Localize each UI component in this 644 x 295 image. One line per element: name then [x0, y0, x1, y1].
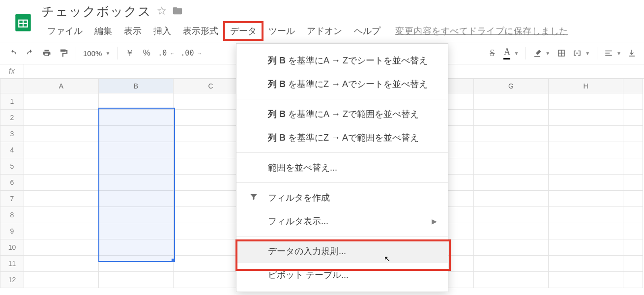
- cell[interactable]: [623, 239, 643, 256]
- cell[interactable]: [549, 93, 623, 110]
- cell[interactable]: [24, 272, 99, 288]
- row-header[interactable]: 1: [0, 93, 24, 110]
- zoom-dropdown[interactable]: 100%▼: [80, 46, 113, 60]
- percent-format-button[interactable]: %: [138, 46, 155, 60]
- cell[interactable]: [24, 207, 99, 223]
- borders-button[interactable]: [553, 46, 570, 60]
- print-button[interactable]: [38, 46, 55, 60]
- cell[interactable]: [99, 191, 174, 207]
- cell[interactable]: [99, 110, 174, 126]
- col-header-overflow[interactable]: [623, 79, 643, 93]
- merge-cells-button[interactable]: ▼: [570, 46, 593, 60]
- menu-sort-sheet-za[interactable]: 列 B を基準にZ → Aでシートを並べ替え: [236, 72, 448, 96]
- cell[interactable]: [24, 256, 99, 272]
- cell[interactable]: [623, 126, 643, 142]
- row-header[interactable]: 10: [0, 239, 24, 256]
- cell[interactable]: [99, 93, 174, 110]
- menu-format[interactable]: 表示形式: [177, 22, 224, 40]
- cell[interactable]: [549, 142, 623, 158]
- row-header[interactable]: 3: [0, 126, 24, 142]
- cell[interactable]: [549, 223, 623, 239]
- cell[interactable]: [474, 158, 549, 175]
- cell[interactable]: [549, 256, 623, 272]
- menu-sort-range-za[interactable]: 列 B を基準にZ → Aで範囲を並べ替え: [236, 126, 448, 149]
- row-header[interactable]: 11: [0, 256, 24, 272]
- cell[interactable]: [623, 256, 643, 272]
- menu-data[interactable]: データ: [224, 22, 263, 40]
- cell[interactable]: [549, 207, 623, 223]
- menu-pivot-table[interactable]: ピボット テーブル...: [236, 263, 448, 287]
- menu-sort-range[interactable]: 範囲を並べ替え...: [236, 156, 448, 179]
- cell[interactable]: [474, 256, 549, 272]
- cell[interactable]: [474, 239, 549, 256]
- menu-filter-views[interactable]: フィルタ表示... ▶: [236, 209, 448, 233]
- row-header[interactable]: 5: [0, 158, 24, 175]
- menu-sort-sheet-az[interactable]: 列 B を基準にA → Zでシートを並べ替え: [236, 49, 448, 72]
- cell[interactable]: [24, 175, 99, 191]
- cell[interactable]: [474, 142, 549, 158]
- row-header[interactable]: 6: [0, 175, 24, 191]
- cell[interactable]: [474, 175, 549, 191]
- cell[interactable]: [623, 223, 643, 239]
- cell[interactable]: [474, 223, 549, 239]
- folder-move-icon[interactable]: [172, 5, 183, 18]
- cell[interactable]: [99, 158, 174, 175]
- cell[interactable]: [474, 126, 549, 142]
- cell[interactable]: [24, 93, 99, 110]
- cell[interactable]: [623, 110, 643, 126]
- cell[interactable]: [549, 126, 623, 142]
- menu-file[interactable]: ファイル: [41, 22, 88, 40]
- menu-insert[interactable]: 挿入: [147, 22, 177, 40]
- cell[interactable]: [623, 158, 643, 175]
- cell[interactable]: [99, 175, 174, 191]
- cell[interactable]: [549, 110, 623, 126]
- cell[interactable]: [99, 239, 174, 256]
- cell[interactable]: [474, 93, 549, 110]
- increase-decimal-button[interactable]: .00→: [177, 46, 205, 60]
- menu-data-validation[interactable]: データの入力規則... ↖: [236, 239, 448, 263]
- undo-button[interactable]: [5, 46, 22, 60]
- cell[interactable]: [474, 110, 549, 126]
- star-icon[interactable]: [157, 6, 166, 17]
- cell[interactable]: [623, 175, 643, 191]
- cell[interactable]: [623, 93, 643, 110]
- redo-button[interactable]: [22, 46, 38, 60]
- cell[interactable]: [24, 110, 99, 126]
- vertical-align-button[interactable]: [624, 46, 639, 60]
- col-header-H[interactable]: H: [549, 79, 623, 93]
- currency-format-button[interactable]: ￥: [121, 46, 138, 60]
- row-header[interactable]: 12: [0, 272, 24, 288]
- cell[interactable]: [99, 207, 174, 223]
- cell[interactable]: [99, 142, 174, 158]
- menu-create-filter[interactable]: フィルタを作成: [236, 186, 448, 209]
- cell[interactable]: [623, 272, 643, 288]
- cell[interactable]: [549, 239, 623, 256]
- cell[interactable]: [24, 239, 99, 256]
- cell[interactable]: [623, 142, 643, 158]
- menu-tools[interactable]: ツール: [263, 22, 301, 40]
- cell[interactable]: [24, 223, 99, 239]
- horizontal-align-button[interactable]: ▼: [601, 46, 624, 60]
- cell[interactable]: [24, 158, 99, 175]
- cell[interactable]: [99, 272, 174, 288]
- row-header[interactable]: 4: [0, 142, 24, 158]
- cell[interactable]: [474, 207, 549, 223]
- fill-color-button[interactable]: ▼: [530, 46, 553, 60]
- menu-edit[interactable]: 編集: [88, 22, 118, 40]
- col-header-B[interactable]: B: [99, 79, 174, 93]
- cell[interactable]: [99, 223, 174, 239]
- decrease-decimal-button[interactable]: .0←: [155, 46, 177, 60]
- paint-format-button[interactable]: [55, 46, 72, 60]
- cell[interactable]: [549, 191, 623, 207]
- row-header[interactable]: 8: [0, 207, 24, 223]
- strikethrough-button[interactable]: S: [484, 46, 500, 60]
- cell[interactable]: [24, 126, 99, 142]
- text-color-button[interactable]: A ▼: [500, 46, 522, 60]
- cell[interactable]: [474, 191, 549, 207]
- row-header[interactable]: 2: [0, 110, 24, 126]
- menu-view[interactable]: 表示: [118, 22, 147, 40]
- col-header-G[interactable]: G: [474, 79, 549, 93]
- cell[interactable]: [99, 256, 174, 272]
- cell[interactable]: [549, 175, 623, 191]
- select-all-corner[interactable]: [0, 79, 24, 93]
